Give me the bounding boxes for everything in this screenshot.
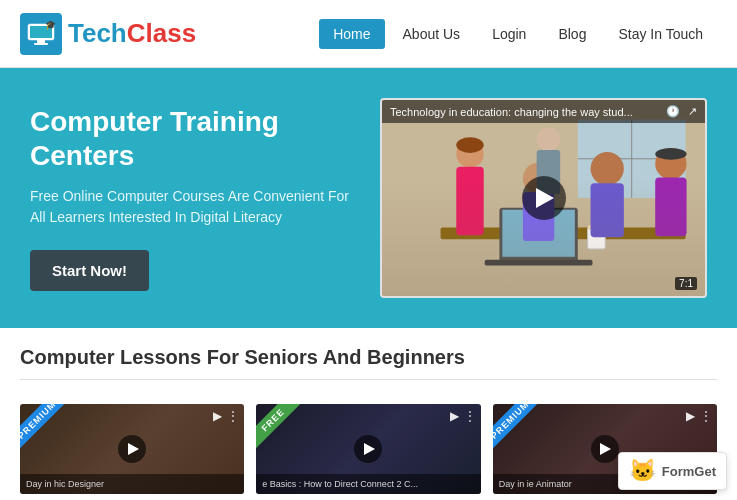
logo: 🎓 TechClass — [20, 13, 196, 55]
card-1-controls: ▶ ⋮ — [213, 409, 239, 423]
video-thumbnail[interactable]: Technology in education: changing the wa… — [380, 98, 707, 298]
logo-class: Class — [127, 18, 196, 48]
card-3-subtitle: ie Animator — [527, 479, 572, 489]
hero-text: Computer Training Centers Free Online Co… — [30, 105, 350, 291]
svg-text:🎓: 🎓 — [45, 19, 57, 31]
nav-blog[interactable]: Blog — [544, 19, 600, 49]
card-1-badge-label: PREMIUM — [20, 404, 67, 450]
card-2[interactable]: FREE ▶ ⋮ e Basics : How to Direct Connec… — [256, 404, 480, 494]
hero-description: Free Online Computer Courses Are Conveni… — [30, 186, 350, 228]
card-1-badge: PREMIUM — [20, 404, 80, 464]
card-2-badge-label: FREE — [256, 404, 303, 450]
hero-section: Computer Training Centers Free Online Co… — [0, 68, 737, 328]
nav-home[interactable]: Home — [319, 19, 384, 49]
card-2-bar: e Basics : How to Direct Connect 2 C... — [256, 474, 480, 494]
card-1-watch-icon: ▶ — [213, 409, 222, 423]
start-now-button[interactable]: Start Now! — [30, 250, 149, 291]
clock-icon: 🕐 — [666, 105, 680, 118]
main-nav: Home About Us Login Blog Stay In Touch — [319, 19, 717, 49]
card-3-watch-icon: ▶ — [686, 409, 695, 423]
svg-rect-3 — [34, 43, 48, 45]
logo-tech: Tech — [68, 18, 127, 48]
svg-point-25 — [456, 137, 483, 153]
svg-point-19 — [591, 152, 624, 185]
card-3-badge-label: PREMIUM — [493, 404, 540, 450]
logo-icon: 🎓 — [20, 13, 62, 55]
header: 🎓 TechClass Home About Us Login Blog Sta… — [0, 0, 737, 68]
share-icon: ↗ — [688, 105, 697, 118]
section-divider — [20, 379, 717, 380]
card-2-watch-icon: ▶ — [450, 409, 459, 423]
video-title: Technology in education: changing the wa… — [390, 106, 666, 118]
formget-cat-icon: 🐱 — [629, 458, 656, 484]
svg-rect-12 — [485, 260, 593, 266]
svg-rect-2 — [37, 40, 45, 43]
formget-label: FormGet — [662, 464, 716, 479]
card-1[interactable]: PREMIUM ▶ ⋮ Day in hic Designer — [20, 404, 244, 494]
lessons-section: Computer Lessons For Seniors And Beginne… — [0, 328, 737, 404]
card-3-more-icon: ⋮ — [700, 409, 712, 423]
svg-rect-22 — [655, 177, 686, 236]
svg-point-14 — [588, 223, 606, 231]
card-3-title-text: Day in — [499, 479, 525, 489]
card-1-title: Day in hic Designer — [26, 479, 238, 489]
card-1-subtitle: hic Designer — [54, 479, 104, 489]
logo-svg: 🎓 — [23, 16, 59, 52]
card-2-more-icon: ⋮ — [464, 409, 476, 423]
video-header: Technology in education: changing the wa… — [382, 100, 705, 123]
section-title: Computer Lessons For Seniors And Beginne… — [20, 346, 717, 369]
card-2-play[interactable] — [354, 435, 382, 463]
video-icons: 🕐 ↗ — [666, 105, 697, 118]
card-3-controls: ▶ ⋮ — [686, 409, 712, 423]
card-2-title: e Basics : How to Direct Connect 2 C... — [262, 479, 474, 489]
svg-rect-16 — [456, 167, 483, 236]
svg-rect-13 — [588, 227, 606, 249]
card-1-bar: Day in hic Designer — [20, 474, 244, 494]
card-3-badge: PREMIUM — [493, 404, 553, 464]
card-2-badge: FREE — [256, 404, 316, 464]
svg-point-26 — [655, 148, 686, 160]
logo-text: TechClass — [68, 18, 196, 49]
card-2-controls: ▶ ⋮ — [450, 409, 476, 423]
card-1-play[interactable] — [118, 435, 146, 463]
card-1-more-icon: ⋮ — [227, 409, 239, 423]
video-duration: 7:1 — [675, 277, 697, 290]
card-3-play[interactable] — [591, 435, 619, 463]
svg-rect-9 — [441, 227, 686, 239]
card-2-subtitle: e Basics : How to Direct Connect 2 C... — [262, 479, 418, 489]
card-1-title-text: Day in — [26, 479, 52, 489]
nav-stay-in-touch[interactable]: Stay In Touch — [604, 19, 717, 49]
svg-rect-20 — [591, 183, 624, 237]
video-play-button[interactable] — [522, 176, 566, 220]
nav-about[interactable]: About Us — [389, 19, 475, 49]
hero-title: Computer Training Centers — [30, 105, 350, 172]
nav-login[interactable]: Login — [478, 19, 540, 49]
svg-point-23 — [537, 127, 561, 151]
formget-badge: 🐱 FormGet — [618, 452, 727, 490]
